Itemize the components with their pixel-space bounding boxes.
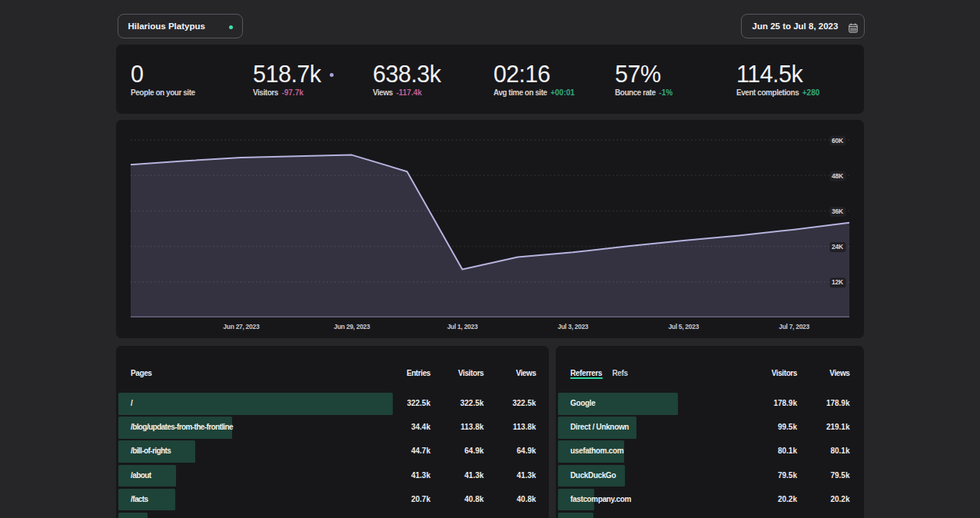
svg-text:Jun 27, 2023: Jun 27, 2023 [223,323,260,330]
svg-text:Jul 5, 2023: Jul 5, 2023 [668,323,699,330]
svg-text:Jul 1, 2023: Jul 1, 2023 [447,323,478,330]
svg-text:36K: 36K [832,208,844,215]
svg-text:12K: 12K [832,278,844,286]
svg-text:24K: 24K [832,243,844,251]
svg-text:48K: 48K [832,172,844,180]
svg-text:Jul 7, 2023: Jul 7, 2023 [779,323,809,330]
svg-text:60K: 60K [832,137,844,144]
svg-text:Jul 3, 2023: Jul 3, 2023 [558,323,589,330]
svg-text:Jun 29, 2023: Jun 29, 2023 [334,323,370,330]
